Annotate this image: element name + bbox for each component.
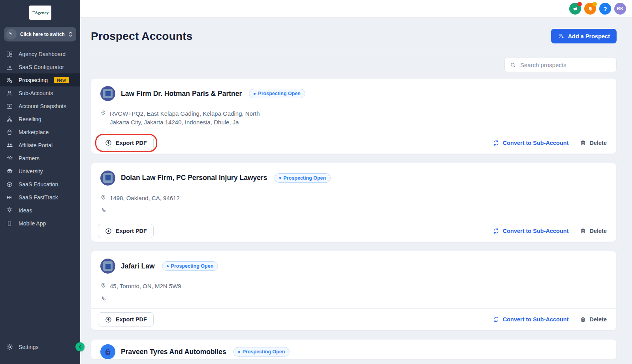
sidebar-item-marketplace[interactable]: Marketplace: [0, 126, 80, 139]
vertical-divider: [574, 315, 574, 323]
search-box: [504, 58, 617, 72]
lightbulb-icon: [6, 206, 13, 214]
company-avatar: [100, 259, 115, 274]
prospect-card: Law Firm Dr. Hotman Paris & Partner Pros…: [91, 78, 617, 154]
new-badge: New: [54, 77, 69, 83]
delete-label: Delete: [589, 140, 607, 146]
switcher-cursor-icon: [6, 29, 17, 39]
status-badge: Prospecting Open: [249, 89, 305, 98]
sync-icon: [493, 316, 500, 323]
bar-chart-icon: [6, 63, 13, 71]
address-text: RVGW+PQ2, East Kelapa Gading, Kelapa Gad…: [110, 109, 280, 127]
prospect-card: Praveen Tyres And Automobiles Prospectin…: [91, 339, 617, 360]
agency-logo[interactable]: theAgency: [29, 6, 51, 20]
card-footer: Export PDF Convert to Sub-Account Delete: [91, 220, 616, 242]
convert-to-subaccount-button[interactable]: Convert to Sub-Account: [493, 316, 569, 323]
prospect-name: Law Firm Dr. Hotman Paris & Partner: [121, 90, 242, 98]
toolbar: [91, 58, 617, 72]
delete-button[interactable]: Delete: [580, 228, 607, 234]
sidebar-item-mobile-app[interactable]: Mobile App: [0, 217, 80, 230]
graduation-cap-icon: [6, 167, 13, 175]
add-prospect-button[interactable]: Add a Prospect: [551, 29, 617, 43]
sidebar-item-prospecting[interactable]: Prospecting New: [0, 73, 80, 86]
person-icon: [6, 89, 13, 97]
search-input[interactable]: [520, 62, 611, 68]
prospect-list: Law Firm Dr. Hotman Paris & Partner Pros…: [91, 78, 617, 360]
card-header: Law Firm Dr. Hotman Paris & Partner Pros…: [100, 86, 608, 101]
sidebar-item-affiliate-portal[interactable]: Affiliate Portal: [0, 139, 80, 152]
page-content: Prospect Accounts Add a Prospect: [80, 18, 632, 364]
convert-label: Convert to Sub-Account: [503, 316, 569, 323]
announcements-button[interactable]: [569, 3, 581, 15]
vertical-divider: [574, 227, 574, 235]
sidebar-item-label: Prospecting: [19, 77, 48, 83]
prospect-card: Jafari Law Prospecting Open 45, Toronto,…: [91, 251, 617, 330]
sidebar: theAgency Click here to switch Agency Da…: [0, 0, 80, 364]
card-header: Jafari Law Prospecting Open: [100, 259, 608, 274]
page-header: Prospect Accounts Add a Prospect: [91, 29, 617, 43]
delete-label: Delete: [589, 316, 607, 323]
help-button[interactable]: ?: [599, 3, 611, 15]
sidebar-item-settings[interactable]: Settings: [0, 340, 80, 353]
delete-button[interactable]: Delete: [580, 316, 607, 323]
shopping-bag-icon: [6, 128, 13, 136]
topbar: ? RK: [80, 0, 632, 18]
notification-dot: [577, 2, 582, 6]
app-window: theAgency Click here to switch Agency Da…: [0, 0, 632, 364]
card-header: Dolan Law Firm, PC Personal Injury Lawye…: [100, 171, 608, 186]
status-dot-icon: [279, 177, 281, 179]
sidebar-item-label: Agency Dashboard: [19, 51, 66, 57]
footer-actions: Convert to Sub-Account Delete: [493, 315, 607, 323]
id-card-icon: [6, 102, 13, 110]
network-person-icon: [6, 115, 13, 123]
download-circle-icon: [105, 139, 112, 146]
sidebar-item-account-snapshots[interactable]: Account Snapshots: [0, 99, 80, 113]
export-pdf-button[interactable]: Export PDF: [98, 136, 154, 150]
company-avatar: [100, 344, 115, 359]
status-dot-icon: [238, 351, 240, 353]
phone-row: [101, 207, 608, 213]
sidebar-item-saas-configurator[interactable]: SaaS Configurator: [0, 60, 80, 73]
user-avatar[interactable]: RK: [614, 3, 626, 15]
convert-to-subaccount-button[interactable]: Convert to Sub-Account: [493, 139, 569, 146]
status-badge: Prospecting Open: [162, 261, 218, 271]
account-switcher[interactable]: Click here to switch: [4, 27, 76, 41]
card-header: Praveen Tyres And Automobiles Prospectin…: [100, 344, 608, 359]
gear-icon: [6, 343, 13, 351]
export-pdf-label: Export PDF: [116, 140, 147, 146]
avatar-initials: RK: [617, 6, 623, 11]
sidebar-item-reselling[interactable]: Reselling: [0, 113, 80, 126]
card-body: Dolan Law Firm, PC Personal Injury Lawye…: [91, 163, 616, 220]
trash-icon: [580, 316, 586, 323]
sidebar-item-university[interactable]: University: [0, 165, 80, 178]
sidebar-item-saas-fasttrack[interactable]: SaaS FastTrack: [0, 191, 80, 204]
phone-icon: [101, 207, 107, 213]
export-pdf-wrap: Export PDF: [98, 136, 154, 150]
address-text: 1498, Oakland, CA, 94612: [110, 194, 180, 203]
delete-button[interactable]: Delete: [580, 140, 607, 146]
export-pdf-label: Export PDF: [116, 316, 147, 323]
handshake-icon: [6, 154, 13, 162]
header-divider: [91, 52, 617, 52]
sidebar-item-label: Sub-Accounts: [19, 90, 53, 96]
convert-to-subaccount-button[interactable]: Convert to Sub-Account: [493, 227, 569, 235]
export-pdf-label: Export PDF: [116, 228, 147, 234]
prospect-name: Jafari Law: [121, 262, 155, 270]
sidebar-collapse-button[interactable]: [75, 342, 85, 351]
sidebar-item-partners[interactable]: Partners: [0, 152, 80, 165]
sidebar-item-ideas[interactable]: Ideas: [0, 204, 80, 217]
education-box-icon: [6, 180, 13, 188]
status-dot-icon: [254, 93, 256, 95]
sidebar-item-saas-education[interactable]: SaaS Education: [0, 178, 80, 191]
sidebar-item-sub-accounts[interactable]: Sub-Accounts: [0, 86, 80, 99]
convert-label: Convert to Sub-Account: [503, 228, 569, 234]
sidebar-item-agency-dashboard[interactable]: Agency Dashboard: [0, 47, 80, 60]
export-pdf-button[interactable]: Export PDF: [98, 224, 154, 238]
add-prospect-label: Add a Prospect: [568, 33, 610, 39]
chevron-left-icon: [78, 345, 82, 349]
export-pdf-button[interactable]: Export PDF: [98, 312, 154, 326]
fast-forward-icon: [6, 193, 13, 201]
sidebar-item-label: Marketplace: [19, 129, 49, 135]
notifications-button[interactable]: [584, 3, 596, 15]
sidebar-item-label: SaaS Education: [19, 181, 58, 188]
